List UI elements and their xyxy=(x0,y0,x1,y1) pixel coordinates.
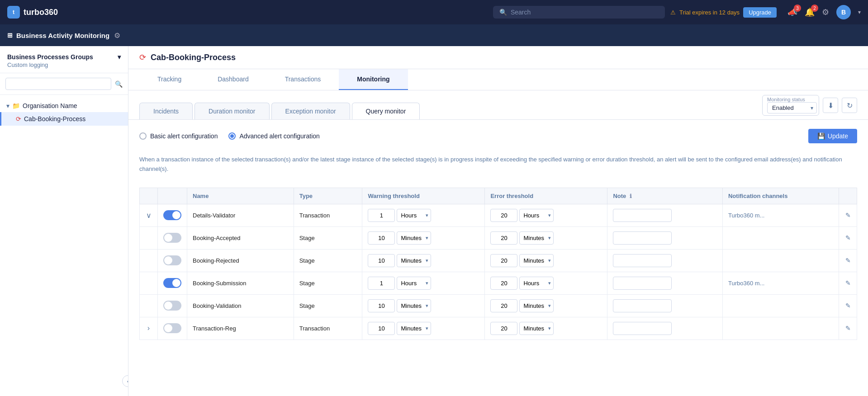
sidebar: Business Processes Groups ▾ Custom loggi… xyxy=(0,46,128,396)
row-edit-cell: ✎ xyxy=(839,317,857,339)
error-unit-select[interactable]: MinutesHoursDays xyxy=(519,254,554,267)
note-input[interactable] xyxy=(613,299,672,312)
note-input[interactable] xyxy=(613,254,672,267)
toggle-switch[interactable] xyxy=(163,278,181,288)
expand-chevron-icon[interactable]: › xyxy=(147,324,150,332)
table-header-row: Name Type Warning threshold Error thresh… xyxy=(140,188,857,204)
top-navigation: t turbo360 🔍 Search ⚠ Trial expires in 1… xyxy=(0,0,868,24)
row-warning-cell: MinutesHoursDays xyxy=(362,249,485,272)
tab-query-monitor[interactable]: Query monitor xyxy=(352,103,420,119)
download-icon-button[interactable]: ⬇ xyxy=(823,98,838,113)
table-body: ∨Details-ValidatorTransaction MinutesHou… xyxy=(140,204,857,339)
row-notif-cell xyxy=(722,249,839,272)
warning-unit-select[interactable]: MinutesHoursDays xyxy=(397,231,431,245)
warning-unit-select[interactable]: MinutesHoursDays xyxy=(397,299,431,312)
warning-value-input[interactable] xyxy=(368,254,395,267)
sidebar-search-input[interactable] xyxy=(5,78,111,90)
toggle-switch[interactable] xyxy=(163,210,181,220)
error-unit-select[interactable]: MinutesHoursDays xyxy=(519,209,554,222)
edit-icon[interactable]: ✎ xyxy=(845,302,851,309)
user-avatar[interactable]: B xyxy=(836,5,851,19)
note-input[interactable] xyxy=(613,322,672,335)
tab-exception-monitor[interactable]: Exception monitor xyxy=(271,103,350,119)
brand-logo: t xyxy=(7,6,20,19)
error-value-input[interactable] xyxy=(490,277,517,290)
monitoring-status-area: Monitoring status Enabled Disabled ⬇ ↻ xyxy=(762,95,857,119)
table-row: Booking-AcceptedStage MinutesHoursDays M… xyxy=(140,226,857,249)
sidebar-group-toggle[interactable]: Business Processes Groups ▾ xyxy=(7,53,121,61)
error-value-input[interactable] xyxy=(490,299,517,312)
row-expand-cell: › xyxy=(140,317,158,339)
toggle-switch[interactable] xyxy=(163,301,181,311)
module-title: ⊞ Business Activity Monitoring xyxy=(7,32,109,39)
toggle-switch[interactable] xyxy=(163,323,181,333)
warning-value-input[interactable] xyxy=(368,209,395,222)
search-placeholder: Search xyxy=(511,9,531,16)
warning-value-input[interactable] xyxy=(368,277,395,290)
folder-icon: 📁 xyxy=(12,102,20,109)
tab-incidents[interactable]: Incidents xyxy=(139,103,193,119)
row-edit-cell: ✎ xyxy=(839,249,857,272)
monitoring-status-select[interactable]: Enabled Disabled xyxy=(767,102,817,113)
row-edit-cell: ✎ xyxy=(839,294,857,317)
toggle-switch[interactable] xyxy=(163,255,181,265)
warning-value-input[interactable] xyxy=(368,322,395,335)
warning-value-input[interactable] xyxy=(368,231,395,245)
row-name-cell: Transaction-Reg xyxy=(187,317,294,339)
expand-chevron-icon[interactable]: ∨ xyxy=(146,212,152,219)
col-actions xyxy=(839,188,857,204)
error-unit-select[interactable]: MinutesHoursDays xyxy=(519,277,554,290)
settings-icon[interactable]: ⚙ xyxy=(822,7,829,17)
edit-icon[interactable]: ✎ xyxy=(845,257,851,264)
basic-alert-config-option[interactable]: Basic alert configuration xyxy=(139,132,218,140)
tab-tracking[interactable]: Tracking xyxy=(139,69,199,90)
error-value-input[interactable] xyxy=(490,231,517,245)
warning-unit-select[interactable]: MinutesHoursDays xyxy=(397,209,431,222)
error-unit-select[interactable]: MinutesHoursDays xyxy=(519,231,554,245)
sidebar-group-title-text: Business Processes Groups xyxy=(7,53,93,61)
page-process-icon: ⟳ xyxy=(139,52,146,62)
table-row: Booking-ValidationStage MinutesHoursDays… xyxy=(140,294,857,317)
error-value-input[interactable] xyxy=(490,209,517,222)
warning-unit-select[interactable]: MinutesHoursDays xyxy=(397,277,431,290)
search-bar[interactable]: 🔍 Search xyxy=(493,6,665,19)
update-icon: 💾 xyxy=(817,132,825,140)
tab-duration-monitor[interactable]: Duration monitor xyxy=(194,103,270,119)
row-note-cell xyxy=(607,204,723,226)
tab-transactions[interactable]: Transactions xyxy=(267,69,339,90)
edit-icon[interactable]: ✎ xyxy=(845,234,851,241)
edit-icon[interactable]: ✎ xyxy=(845,279,851,287)
row-note-cell xyxy=(607,249,723,272)
note-input[interactable] xyxy=(613,231,672,245)
update-button[interactable]: 💾 Update xyxy=(808,129,857,143)
error-unit-select[interactable]: MinutesHoursDays xyxy=(519,299,554,312)
upgrade-button[interactable]: Upgrade xyxy=(743,7,777,18)
tab-dashboard[interactable]: Dashboard xyxy=(199,69,267,90)
toggle-switch[interactable] xyxy=(163,233,181,243)
user-chevron: ▾ xyxy=(858,9,861,15)
sidebar-org-item[interactable]: ▾ 📁 Organisation Name xyxy=(0,99,128,112)
refresh-icon-button[interactable]: ↻ xyxy=(842,98,857,113)
bell-badge: 2 xyxy=(811,5,818,12)
col-note: Note ℹ xyxy=(607,188,723,204)
error-value-input[interactable] xyxy=(490,322,517,335)
error-unit-select[interactable]: MinutesHoursDays xyxy=(519,322,554,335)
sidebar-process-item[interactable]: ⟳ Cab-Booking-Process xyxy=(0,112,128,126)
error-value-input[interactable] xyxy=(490,254,517,267)
note-input[interactable] xyxy=(613,277,672,290)
warning-unit-select[interactable]: MinutesHoursDays xyxy=(397,254,431,267)
tab-monitoring[interactable]: Monitoring xyxy=(339,69,408,90)
edit-icon[interactable]: ✎ xyxy=(845,212,851,219)
bell-icon[interactable]: 🔔 2 xyxy=(805,7,815,17)
edit-icon[interactable]: ✎ xyxy=(845,325,851,332)
sidebar-search-area: 🔍 xyxy=(0,73,128,95)
module-icon: ⊞ xyxy=(7,32,13,39)
warning-value-input[interactable] xyxy=(368,299,395,312)
col-expand xyxy=(140,188,158,204)
megaphone-icon[interactable]: 📣 3 xyxy=(787,7,797,17)
col-type: Type xyxy=(294,188,362,204)
note-input[interactable] xyxy=(613,209,672,222)
advanced-alert-config-option[interactable]: Advanced alert configuration xyxy=(228,132,319,140)
warning-unit-select[interactable]: MinutesHoursDays xyxy=(397,322,431,335)
module-settings-icon[interactable]: ⚙ xyxy=(114,31,120,40)
